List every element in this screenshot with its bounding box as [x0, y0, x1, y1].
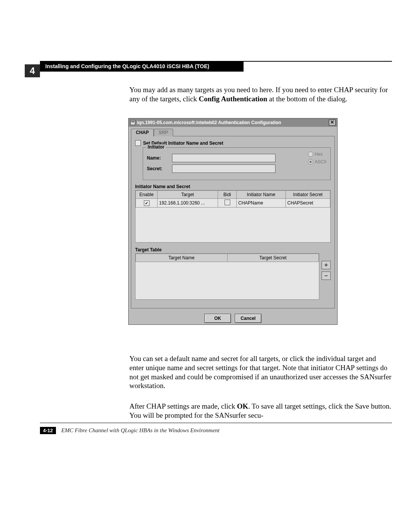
initiator-table-title: Initiator Name and Secret [135, 184, 331, 189]
tab-chap[interactable]: CHAP [131, 129, 154, 136]
paragraph-2: You can set a default name and secret fo… [129, 354, 392, 390]
target-table-title: Target Table [135, 247, 331, 252]
row-initiator-name[interactable]: CHAPName [237, 199, 286, 208]
ok-button[interactable]: OK [204, 314, 231, 323]
row-initiator-secret[interactable]: CHAPSecret [286, 199, 330, 208]
encoding-radios: Hex ASCII [308, 152, 327, 175]
initiator-secret-input[interactable] [172, 165, 276, 173]
chapter-number: 4 [25, 64, 40, 77]
add-target-button[interactable]: + [322, 261, 331, 269]
svg-rect-1 [131, 121, 134, 122]
initiator-legend: Initiator [146, 144, 166, 150]
col-target-name[interactable]: Target Name [136, 254, 228, 262]
para1-c: at the bottom of the dialog. [267, 95, 347, 103]
row-enable-checkbox[interactable]: ✔ [144, 200, 150, 206]
cancel-button[interactable]: Cancel [235, 314, 261, 323]
col-initiator-secret[interactable]: Initiator Secret [286, 191, 330, 199]
initiator-secret-label: Secret: [147, 166, 168, 171]
minus-icon: – [325, 272, 328, 279]
book-title: EMC Fibre Channel with QLogic HBAs in th… [61, 427, 220, 434]
auth-config-dialog: iqn.1991-05.com.microsoft:intelwb02 Auth… [128, 118, 338, 325]
para3-a: After CHAP settings are made, click [129, 402, 237, 410]
initiator-groupbox: Initiator Name: Secret: [143, 147, 331, 180]
ascii-label: ASCII [315, 159, 327, 165]
paragraph-3: After CHAP settings are made, click OK. … [129, 402, 392, 420]
remove-target-button[interactable]: – [322, 272, 331, 280]
tab-srp[interactable]: SRP [154, 129, 173, 136]
chap-panel: Set Default Initiator Name and Secret In… [131, 136, 335, 308]
col-bidi[interactable]: Bidi [218, 191, 237, 199]
default-initiator-checkbox[interactable] [135, 140, 141, 146]
hex-label: Hex [315, 152, 323, 157]
tab-bar: CHAP SRP [129, 127, 337, 136]
col-enable[interactable]: Enable [136, 191, 158, 199]
target-table[interactable]: Target Name Target Secret [135, 253, 319, 300]
col-target[interactable]: Target [158, 191, 218, 199]
initiator-name-label: Name: [147, 155, 168, 161]
dialog-titlebar[interactable]: iqn.1991-05.com.microsoft:intelwb02 Auth… [129, 118, 337, 127]
table-row[interactable]: ✔ 192.168.1.100:3260 ... CHAPName CHAPSe… [136, 199, 330, 208]
para1-b: Config Authentication [199, 95, 267, 103]
row-target[interactable]: 192.168.1.100:3260 ... [158, 199, 218, 208]
section-heading: Installing and Configuring the QLogic QL… [40, 61, 244, 72]
hex-radio[interactable] [308, 152, 313, 157]
close-icon[interactable]: ✕ [329, 120, 336, 126]
row-bidi-checkbox[interactable] [225, 200, 230, 205]
svg-rect-0 [131, 120, 135, 125]
col-initiator-name[interactable]: Initiator Name [237, 191, 286, 199]
initiator-name-input[interactable] [172, 154, 276, 162]
col-target-secret[interactable]: Target Secret [227, 254, 319, 262]
plus-icon: + [324, 262, 328, 268]
app-icon [130, 120, 135, 125]
para3-b: OK [237, 402, 249, 410]
page-number: 4-12 [40, 427, 56, 434]
initiator-table[interactable]: Enable Target Bidi Initiator Name Initia… [135, 190, 331, 243]
dialog-title: iqn.1991-05.com.microsoft:intelwb02 Auth… [137, 118, 281, 127]
paragraph-1: You may add as many targets as you need … [129, 85, 392, 104]
ascii-radio[interactable] [308, 159, 313, 165]
